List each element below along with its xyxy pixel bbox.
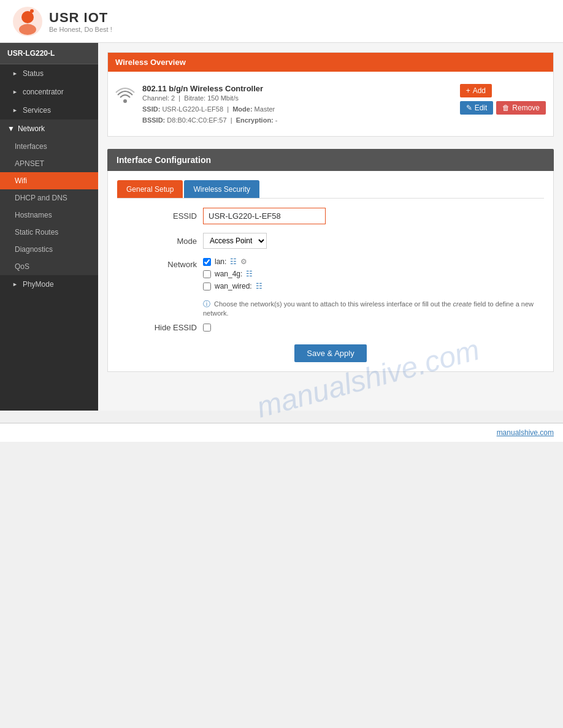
logo-area: USR IOT Be Honest, Do Best ! [12, 6, 112, 37]
pencil-icon: ✎ [466, 104, 472, 112]
sidebar-item-services-label: Services [23, 106, 51, 115]
hide-essid-row: Hide ESSID [117, 323, 544, 332]
remove-button[interactable]: 🗑 Remove [496, 101, 546, 115]
chevron-right-icon: ► [12, 281, 18, 287]
encryption-value: - [275, 116, 278, 124]
wireless-device-row: 802.11 b/g/n Wireless Controller Channel… [115, 79, 546, 129]
sidebar-sub-item-diagnostics[interactable]: Diagnostics [0, 241, 98, 258]
wireless-bitrate: Bitrate: 150 Mbit/s [184, 94, 239, 102]
network-lan-item: lan: ☷ ⚙ [203, 257, 262, 266]
mode-row: Mode Access Point Client Ad-Hoc [117, 233, 544, 249]
tab-general-setup[interactable]: General Setup [117, 180, 183, 198]
logo-text: USR IOT Be Honest, Do Best ! [49, 10, 112, 33]
sidebar-item-concentrator-label: concentrator [23, 88, 64, 96]
essid-input[interactable] [203, 208, 326, 224]
hint-text-part1: Choose the network(s) you want to attach… [214, 300, 453, 308]
wireless-action-area: + Add ✎ Edit 🗑 [460, 84, 546, 115]
hide-essid-checkbox[interactable] [203, 324, 211, 332]
ssid-value: USR-LG220-L-EF58 [162, 105, 223, 113]
network-row: Network lan: ☷ ⚙ wan_4g: [117, 257, 544, 290]
save-apply-button[interactable]: Save & Apply [294, 344, 366, 362]
wireless-overview-card: Wireless Overview 802.11 b/g/n Wireles [107, 52, 554, 137]
network-wan-wired-item: wan_wired: ☷ [203, 282, 262, 290]
wireless-device-meta: Channel: 2 | Bitrate: 150 Mbit/s [142, 94, 278, 102]
essid-label-text: ESSID [173, 211, 197, 221]
network-label-text: Network [167, 260, 197, 269]
network-hint: ⓘ Choose the network(s) you want to atta… [203, 299, 544, 317]
sidebar-item-status[interactable]: ► Status [0, 64, 98, 83]
interface-config-tabs: General Setup Wireless Security [117, 180, 544, 199]
wireless-device-info: 802.11 b/g/n Wireless Controller Channel… [115, 84, 278, 124]
bssid-value: D8:B0:4C:C0:EF:57 [167, 116, 226, 124]
essid-row: ESSID [117, 208, 544, 224]
wifi-device-icon [115, 85, 135, 105]
interface-config-body: General Setup Wireless Security ESSID Mo [107, 171, 554, 372]
sidebar-section-network-header[interactable]: ▼ Network [0, 119, 98, 138]
sidebar-sub-item-dhcp-dns[interactable]: DHCP and DNS [0, 189, 98, 207]
network-wan4g-checkbox[interactable] [203, 270, 211, 278]
logo-title: USR IOT [49, 10, 112, 26]
network-wan4g-label: wan_4g: [215, 270, 242, 278]
footer-link[interactable]: manualshive.com [497, 428, 554, 437]
wireless-overview-header: Wireless Overview [108, 53, 553, 72]
content-area: Wireless Overview 802.11 b/g/n Wireles [98, 43, 563, 411]
edit-label: Edit [475, 104, 488, 112]
footer: manualshive.com [0, 423, 563, 442]
ssid-label: SSID: [142, 105, 160, 113]
network-lan-icon2: ⚙ [240, 257, 247, 266]
encryption-label: Encryption: [236, 116, 274, 124]
sidebar-device-title: USR-LG220-L [0, 43, 98, 64]
wireless-device-ssid-row: SSID: USR-LG220-L-EF58 | Mode: Master [142, 105, 278, 113]
network-wan-wired-checkbox[interactable] [203, 282, 211, 290]
chevron-right-icon: ► [12, 107, 18, 113]
sidebar-item-status-label: Status [23, 69, 44, 78]
mode-value: Master [255, 105, 275, 113]
sidebar-item-phymode[interactable]: ► PhyMode [0, 275, 98, 294]
wireless-actions-bottom: ✎ Edit 🗑 Remove [460, 101, 546, 115]
wireless-actions-top: + Add [460, 84, 546, 97]
edit-button[interactable]: ✎ Edit [460, 101, 494, 115]
trash-icon: 🗑 [502, 104, 510, 112]
wireless-device-details: 802.11 b/g/n Wireless Controller Channel… [142, 84, 278, 124]
save-apply-row: Save & Apply [117, 344, 544, 362]
plus-icon: + [466, 86, 470, 95]
add-label: Add [473, 86, 486, 95]
sidebar-sub-item-apnset[interactable]: APNSET [0, 155, 98, 172]
add-button[interactable]: + Add [460, 84, 492, 97]
sidebar-sub-item-interfaces[interactable]: Interfaces [0, 138, 98, 155]
network-wan4g-icon: ☷ [246, 270, 253, 278]
bssid-label: BSSID: [142, 116, 165, 124]
sidebar: USR-LG220-L ► Status ► concentrator ► Se… [0, 43, 98, 411]
chevron-right-icon: ► [12, 89, 18, 95]
chevron-right-icon: ► [12, 70, 18, 77]
network-wan4g-item: wan_4g: ☷ [203, 270, 262, 278]
sidebar-item-concentrator[interactable]: ► concentrator [0, 83, 98, 101]
wireless-overview-body: 802.11 b/g/n Wireless Controller Channel… [108, 72, 553, 136]
usr-iot-logo-icon [12, 6, 43, 37]
sidebar-item-services[interactable]: ► Services [0, 101, 98, 119]
essid-label: ESSID [117, 211, 197, 221]
logo-subtitle: Be Honest, Do Best ! [49, 26, 112, 33]
info-icon: ⓘ [203, 300, 210, 308]
network-lan-checkbox[interactable] [203, 258, 211, 266]
network-lan-label: lan: [215, 257, 226, 266]
header: USR IOT Be Honest, Do Best ! [0, 0, 563, 43]
hide-essid-label: Hide ESSID [117, 323, 197, 332]
mode-label: Mode [117, 237, 197, 246]
wireless-channel: Channel: 2 [142, 94, 175, 102]
sidebar-sub-item-static-routes[interactable]: Static Routes [0, 224, 98, 241]
sidebar-section-network-label: Network [18, 124, 45, 133]
hint-create-word: create [453, 300, 472, 308]
sidebar-section-network: ▼ Network Interfaces APNSET Wifi DHCP an… [0, 119, 98, 275]
remove-label: Remove [512, 104, 540, 112]
tab-wireless-security[interactable]: Wireless Security [184, 180, 259, 198]
sidebar-sub-item-qos[interactable]: QoS [0, 258, 98, 275]
mode-select[interactable]: Access Point Client Ad-Hoc [203, 233, 267, 249]
hide-essid-label-text: Hide ESSID [155, 323, 197, 332]
sidebar-sub-item-wifi[interactable]: Wifi [0, 172, 98, 189]
network-wan-wired-icon: ☷ [256, 282, 262, 290]
main-wrapper: USR-LG220-L ► Status ► concentrator ► Se… [0, 43, 563, 411]
mode-label-text: Mode [177, 237, 197, 246]
sidebar-sub-item-hostnames[interactable]: Hostnames [0, 207, 98, 224]
network-lan-icon1: ☷ [230, 257, 237, 266]
